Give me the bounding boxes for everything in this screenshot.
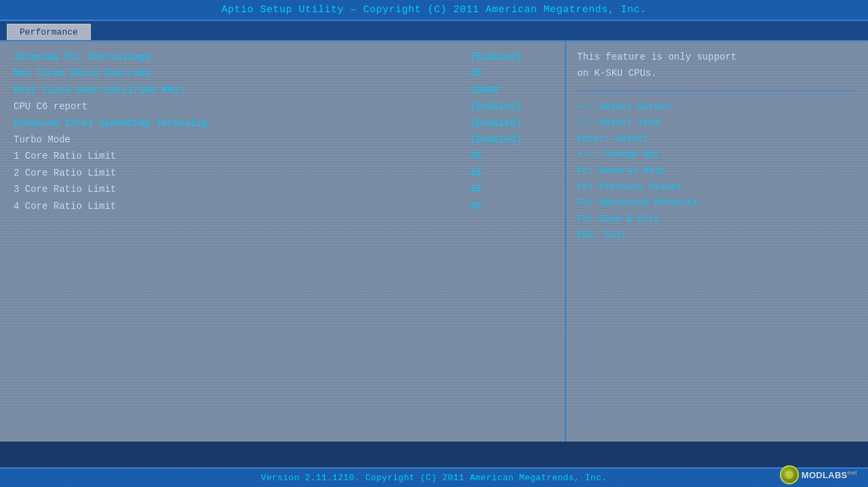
bios-item-name: Host Clock Override(1/100 MHz) (14, 83, 184, 98)
bios-item-value: [Enabled] (470, 132, 551, 147)
key-help-item: F2: Previous Values (577, 179, 857, 195)
bios-item-value: 45 (470, 199, 551, 214)
modlabs-circle-inner (785, 471, 793, 479)
bios-item[interactable]: CPU C6 report[Enabled] (14, 99, 551, 114)
help-text: This feature is only supporton K-SKU CPU… (577, 50, 857, 82)
footer-text: Version 2.11.1210. Copyright (C) 2011 Am… (0, 473, 868, 483)
bios-item[interactable]: 1 Core Ratio Limit45 (14, 149, 551, 163)
bios-item-name: CPU C6 report (14, 99, 87, 114)
bios-item-name: 2 Core Ratio Limit (14, 165, 116, 180)
panel-divider (577, 90, 857, 91)
bios-item[interactable]: 2 Core Ratio Limit45 (14, 165, 551, 180)
bios-item[interactable]: Host Clock Override(1/100 MHz)10000 (14, 83, 551, 98)
bios-item-name: Non Turbo Ratio Override (14, 66, 151, 81)
bios-item-value: 45 (470, 66, 551, 81)
key-help-item: F4: Save & Exit (577, 211, 857, 227)
bios-item[interactable]: 3 Core Ratio Limit45 (14, 182, 551, 197)
key-help-item: +/-: Change Opt. (577, 147, 857, 163)
key-help-item: Enter: Select (577, 131, 857, 147)
tab-row: Performance (0, 21, 868, 41)
modlabs-text: MODLABSnet (802, 469, 857, 480)
footer-bar: Version 2.11.1210. Copyright (C) 2011 Am… (0, 467, 868, 487)
bios-item[interactable]: Turbo Mode[Enabled] (14, 132, 551, 147)
modlabs-logo: MODLABSnet (780, 465, 857, 484)
bios-item-value: 45 (470, 165, 551, 180)
bios-item[interactable]: Enhanced Intel SpeedStep Technolog[Enabl… (14, 116, 551, 131)
bios-item-value: 45 (470, 182, 551, 197)
modlabs-circle-icon (780, 465, 799, 484)
key-help-item: F1: General Help (577, 163, 857, 179)
right-panel: This feature is only supporton K-SKU CPU… (566, 41, 868, 442)
bios-item-value: 10000 (470, 83, 551, 98)
bios-items-list: Internal PLL Overvoltage[Enabled]Non Tur… (14, 50, 551, 214)
modlabs-brand: MODLABS (802, 470, 848, 480)
bios-item-value: 45 (470, 149, 551, 163)
header-title: Aptio Setup Utility – Copyright (C) 2011… (221, 4, 646, 16)
bios-item-name: Turbo Mode (14, 132, 71, 147)
key-help-item: F3: Optimized Defaults (577, 195, 857, 211)
bios-item[interactable]: Internal PLL Overvoltage[Enabled] (14, 50, 551, 64)
bios-item-name: 4 Core Ratio Limit (14, 199, 116, 214)
bios-item-name: 3 Core Ratio Limit (14, 182, 116, 197)
key-help-item: →←: Select Screen (577, 99, 857, 115)
key-help-item: ESC: Exit (577, 227, 857, 244)
key-help-list: →←: Select Screen↑↓: Select ItemEnter: S… (577, 99, 857, 244)
bios-header: Aptio Setup Utility – Copyright (C) 2011… (0, 0, 868, 21)
bios-item-name: Enhanced Intel SpeedStep Technolog (14, 116, 208, 131)
bios-item[interactable]: 4 Core Ratio Limit45 (14, 199, 551, 214)
bios-item-name: Internal PLL Overvoltage (14, 50, 151, 64)
key-help-item: ↑↓: Select Item (577, 115, 857, 131)
main-content: Internal PLL Overvoltage[Enabled]Non Tur… (0, 41, 868, 442)
bios-item-value: [Enabled] (470, 50, 551, 64)
left-panel: Internal PLL Overvoltage[Enabled]Non Tur… (0, 41, 566, 442)
tab-performance[interactable]: Performance (7, 24, 91, 40)
bios-item[interactable]: Non Turbo Ratio Override45 (14, 66, 551, 81)
modlabs-net: net (848, 469, 857, 476)
bios-item-name: 1 Core Ratio Limit (14, 149, 116, 163)
bios-item-value: [Enabled] (470, 99, 551, 114)
bios-item-value: [Enabled] (470, 116, 551, 131)
